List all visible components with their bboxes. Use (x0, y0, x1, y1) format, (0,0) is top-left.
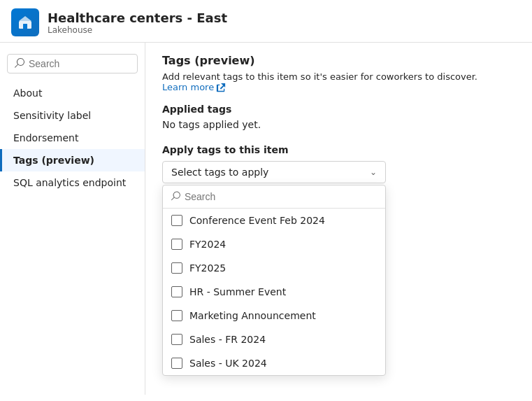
applied-tags-label: Applied tags (162, 104, 515, 115)
app-icon (11, 8, 39, 36)
sidebar-nav: AboutSensitivity labelEndorsementTags (p… (0, 82, 145, 194)
sidebar: AboutSensitivity labelEndorsementTags (p… (0, 43, 145, 395)
page-subtitle: Lakehouse (48, 25, 227, 35)
section-description: Add relevant tags to this item so it's e… (162, 71, 515, 92)
dropdown-options-list: Conference Event Feb 2024FY2024FY2025HR … (163, 209, 385, 375)
dropdown-option-fy2024[interactable]: FY2024 (163, 232, 385, 256)
app-header: Healthcare centers - East Lakehouse (0, 0, 532, 43)
dropdown-option-hr-summer[interactable]: HR - Summer Event (163, 280, 385, 304)
dropdown-option-sales-uk[interactable]: Sales - UK 2024 (163, 351, 385, 375)
option-label-fy2025: FY2025 (189, 262, 226, 274)
search-icon (13, 58, 24, 69)
option-label-hr-summer: HR - Summer Event (189, 286, 286, 297)
dropdown-search-box[interactable] (163, 185, 385, 209)
option-label-sales-fr: Sales - FR 2024 (189, 334, 266, 345)
sidebar-item-endorsement[interactable]: Endorsement (0, 127, 145, 149)
sidebar-item-tags-preview[interactable]: Tags (preview) (0, 149, 145, 171)
checkbox-hr-summer[interactable] (171, 286, 182, 297)
page-title: Healthcare centers - East (48, 10, 227, 25)
chevron-down-icon: ⌄ (370, 167, 377, 177)
external-link-icon (216, 83, 226, 92)
dropdown-option-conf-event[interactable]: Conference Event Feb 2024 (163, 209, 385, 232)
sidebar-item-sensitivity-label[interactable]: Sensitivity label (0, 104, 145, 127)
sidebar-item-sql-analytics[interactable]: SQL analytics endpoint (0, 171, 145, 194)
section-title: Tags (preview) (162, 54, 515, 67)
checkbox-fy2024[interactable] (171, 239, 182, 250)
option-label-conf-event: Conference Event Feb 2024 (189, 215, 325, 226)
checkbox-sales-uk[interactable] (171, 358, 182, 369)
option-label-sales-uk: Sales - UK 2024 (189, 358, 267, 369)
dropdown-option-sales-fr[interactable]: Sales - FR 2024 (163, 328, 385, 351)
checkbox-marketing[interactable] (171, 310, 182, 321)
dropdown-option-marketing[interactable]: Marketing Announcement (163, 304, 385, 328)
dropdown-search-input[interactable] (185, 191, 378, 202)
header-text: Healthcare centers - East Lakehouse (48, 10, 227, 35)
tags-dropdown-trigger[interactable]: Select tags to apply ⌄ (162, 161, 386, 183)
apply-tags-label: Apply tags to this item (162, 144, 515, 155)
sidebar-search-input[interactable] (29, 58, 131, 69)
checkbox-sales-fr[interactable] (171, 334, 182, 345)
main-layout: AboutSensitivity labelEndorsementTags (p… (0, 43, 532, 395)
no-tags-text: No tags applied yet. (162, 119, 515, 130)
learn-more-link[interactable]: Learn more (162, 82, 226, 92)
svg-rect-1 (23, 24, 27, 29)
checkbox-conf-event[interactable] (171, 215, 182, 226)
sidebar-item-about[interactable]: About (0, 82, 145, 104)
main-content: Tags (preview) Add relevant tags to this… (145, 43, 532, 395)
tags-dropdown-wrapper: Select tags to apply ⌄ Conference Event … (162, 161, 386, 183)
checkbox-fy2025[interactable] (171, 262, 182, 274)
option-label-fy2024: FY2024 (189, 239, 226, 250)
sidebar-search-box[interactable] (7, 54, 138, 73)
dropdown-placeholder: Select tags to apply (171, 167, 268, 178)
tags-dropdown-panel: Conference Event Feb 2024FY2024FY2025HR … (162, 185, 386, 376)
dropdown-search-icon (170, 191, 180, 202)
option-label-marketing: Marketing Announcement (189, 310, 316, 321)
dropdown-option-fy2025[interactable]: FY2025 (163, 256, 385, 280)
